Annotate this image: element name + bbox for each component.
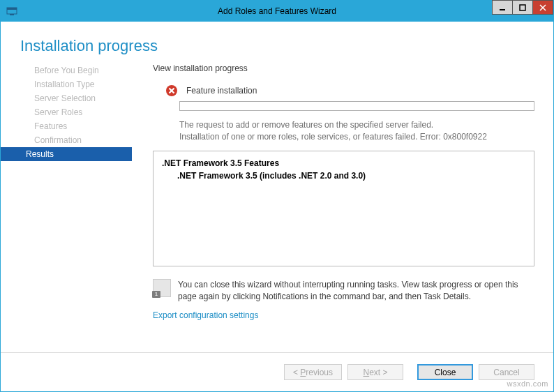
error-line-1: The request to add or remove features on… [179,119,534,131]
body: Before You Begin Installation Type Serve… [1,63,553,352]
progress-wrap [153,101,534,111]
content-area: View installation progress Feature insta… [132,63,534,352]
sidebar-item-label: Features [34,121,67,131]
sidebar-item-label: Server Selection [34,93,96,103]
feature-list: .NET Framework 3.5 Features .NET Framewo… [153,151,534,266]
button-label: Next > [363,368,387,377]
sidebar-item-results: Results [1,147,132,161]
minimize-button[interactable] [492,0,513,15]
maximize-button[interactable] [512,0,533,15]
status-row: Feature installation [153,84,534,97]
notifications-icon: 1 [153,279,171,297]
wizard-sidebar: Before You Begin Installation Type Serve… [1,63,132,352]
error-line-2: Installation of one or more roles, role … [179,131,534,143]
info-row: 1 You can close this wizard without inte… [153,279,534,303]
error-message: The request to add or remove features on… [153,119,534,144]
button-label: < Previous [293,368,333,377]
sidebar-item-label: Server Roles [34,107,82,117]
close-window-button[interactable] [532,0,553,15]
svg-rect-4 [520,5,525,10]
info-text: You can close this wizard without interr… [178,279,534,303]
sidebar-item-label: Installation Type [34,80,95,89]
feature-child: .NET Framework 3.5 (includes .NET 2.0 an… [162,171,525,181]
page-header: Installation progress [1,22,553,63]
titlebar[interactable]: Add Roles and Features Wizard [1,1,553,22]
sidebar-item-label: Before You Begin [34,66,99,75]
progress-bar [179,101,534,111]
svg-rect-2 [10,14,14,15]
server-manager-icon [6,6,17,17]
sidebar-item-installation-type: Installation Type [1,77,132,91]
client-area: Installation progress Before You Begin I… [1,22,553,391]
page-title: Installation progress [20,37,553,55]
next-button: Next > [347,364,403,380]
content-subtitle: View installation progress [153,63,534,73]
sidebar-item-server-selection: Server Selection [1,91,132,105]
footer: < Previous Next > Close Cancel [1,352,553,391]
export-config-link[interactable]: Export configuration settings [153,310,534,320]
previous-button: < Previous [284,364,342,380]
wizard-window: Add Roles and Features Wizard Installati… [0,0,554,392]
error-icon [165,84,178,97]
sidebar-item-server-roles: Server Roles [1,105,132,119]
notifications-badge: 1 [152,291,160,298]
sidebar-item-confirmation: Confirmation [1,133,132,147]
feature-parent: .NET Framework 3.5 Features [162,158,525,168]
svg-rect-3 [500,9,505,10]
sidebar-item-label: Confirmation [34,135,82,145]
window-title: Add Roles and Features Wizard [1,6,553,16]
cancel-button: Cancel [479,364,534,380]
svg-rect-1 [7,8,17,10]
close-button[interactable]: Close [417,364,473,380]
sidebar-item-label: Results [26,149,54,159]
status-text: Feature installation [186,86,257,96]
sidebar-item-features: Features [1,119,132,133]
sidebar-item-before-you-begin: Before You Begin [1,63,132,77]
window-controls [493,0,553,15]
